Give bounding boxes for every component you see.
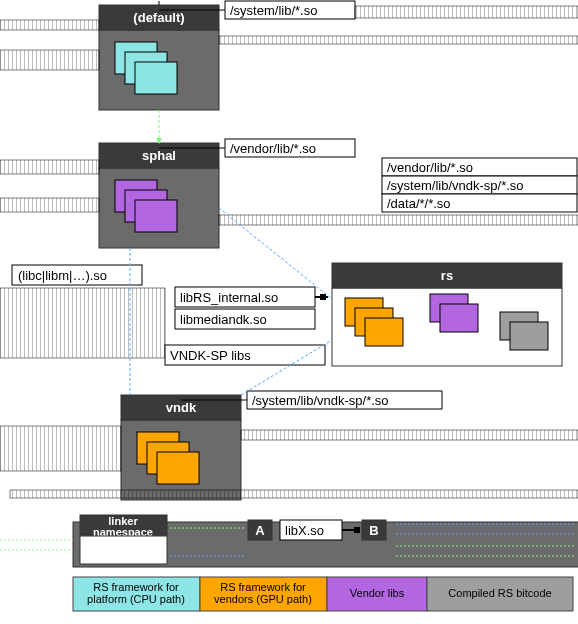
sphal-perm-2: /data/*/*.so — [387, 196, 451, 211]
svg-rect-65 — [354, 527, 360, 533]
svg-rect-42 — [440, 304, 478, 332]
svg-rect-40 — [365, 318, 403, 346]
svg-rect-9 — [0, 50, 99, 70]
detail-libc: (libc|libm|…).so — [12, 265, 142, 285]
namespace-sphal-title: sphal — [142, 148, 176, 163]
svg-rect-59 — [80, 536, 167, 564]
legend-top: linker namespace A libX.so B — [0, 515, 578, 567]
svg-text:libmediandk.so: libmediandk.so — [180, 312, 267, 327]
svg-text:libX.so: libX.so — [285, 523, 324, 538]
linker-namespace-diagram: (default) /system/lib/*.so sphal /vendor… — [0, 0, 578, 624]
svg-rect-27 — [0, 288, 165, 358]
sphal-perm-0: /vendor/lib/*.so — [387, 160, 473, 175]
detail-vndk-sp-libs: VNDK-SP libs — [165, 345, 325, 365]
svg-rect-4 — [135, 62, 177, 94]
svg-rect-24 — [219, 215, 578, 225]
svg-rect-8 — [0, 20, 99, 30]
svg-rect-10 — [219, 36, 578, 44]
detail-librs: libRS_internal.so — [175, 287, 328, 307]
sphal-search-path: /vendor/lib/*.so — [230, 141, 316, 156]
namespace-default: (default) /system/lib/*.so — [99, 1, 355, 110]
svg-rect-52 — [0, 426, 121, 471]
svg-text:Vendor libs: Vendor libs — [350, 587, 405, 599]
svg-text:vendors (GPU path): vendors (GPU path) — [214, 593, 312, 605]
svg-text:RS framework for: RS framework for — [220, 581, 306, 593]
namespace-rs: rs — [332, 263, 562, 366]
svg-rect-54 — [10, 490, 578, 498]
namespace-vndk: vndk /system/lib/vndk-sp/*.so — [121, 391, 442, 500]
svg-text:A: A — [255, 523, 265, 538]
namespace-default-title: (default) — [133, 10, 184, 25]
svg-text:libRS_internal.so: libRS_internal.so — [180, 290, 278, 305]
namespace-vndk-title: vndk — [166, 400, 197, 415]
svg-rect-23 — [0, 198, 99, 212]
namespace-rs-title: rs — [441, 268, 453, 283]
svg-rect-22 — [0, 160, 99, 174]
default-search-path: /system/lib/*.so — [230, 3, 317, 18]
svg-rect-44 — [510, 322, 548, 350]
svg-rect-31 — [320, 294, 326, 300]
svg-text:Compiled RS bitcode: Compiled RS bitcode — [448, 587, 551, 599]
svg-rect-16 — [135, 200, 177, 232]
detail-libmediandk: libmediandk.so — [175, 309, 315, 329]
vndk-search-path: /system/lib/vndk-sp/*.so — [252, 393, 389, 408]
svg-text:RS framework for: RS framework for — [93, 581, 179, 593]
svg-rect-53 — [241, 430, 578, 440]
svg-text:B: B — [369, 523, 378, 538]
svg-rect-11 — [355, 6, 578, 18]
legend-colors: RS framework for platform (CPU path) RS … — [73, 577, 573, 611]
namespace-sphal: sphal /vendor/lib/*.so /vendor/lib/*.so … — [99, 139, 577, 248]
svg-text:VNDK-SP libs: VNDK-SP libs — [170, 348, 251, 363]
svg-rect-49 — [157, 452, 199, 484]
svg-text:platform (CPU path): platform (CPU path) — [87, 593, 185, 605]
sphal-perm-1: /system/lib/vndk-sp/*.so — [387, 178, 524, 193]
svg-text:(libc|libm|…).so: (libc|libm|…).so — [18, 268, 107, 283]
